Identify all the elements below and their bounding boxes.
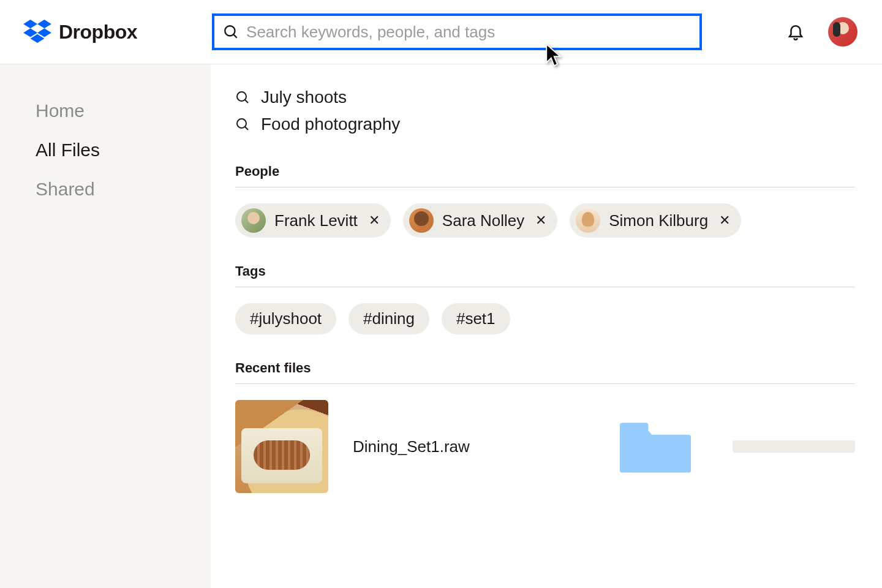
sidebar-item-all-files[interactable]: All Files	[36, 135, 211, 165]
person-avatar	[409, 208, 434, 233]
svg-point-5	[225, 26, 235, 36]
file-name[interactable]: Dining_Set1.raw	[353, 437, 470, 456]
person-chip[interactable]: Sara Nolley ✕	[403, 203, 557, 238]
close-icon[interactable]: ✕	[369, 215, 380, 226]
svg-marker-0	[23, 20, 37, 28]
search-icon	[235, 117, 250, 132]
search-icon	[235, 90, 250, 105]
notifications-button[interactable]	[784, 20, 807, 45]
person-chip[interactable]: Simon Kilburg ✕	[570, 203, 741, 238]
person-name: Sara Nolley	[442, 211, 524, 230]
sidebar-item-home[interactable]: Home	[36, 96, 211, 126]
svg-point-9	[237, 119, 246, 128]
main: July shoots Food photography People Fran…	[211, 64, 882, 588]
body: Home All Files Shared July shoots Food p…	[0, 64, 882, 588]
folder-icon[interactable]	[620, 418, 691, 475]
header: Dropbox	[0, 0, 882, 64]
tags-chip-row: #julyshoot #dining #set1	[235, 303, 855, 334]
search-box[interactable]	[212, 13, 702, 50]
placeholder	[733, 440, 855, 453]
suggestion-label: Food photography	[261, 115, 400, 134]
bell-icon	[786, 22, 805, 40]
tag-chip[interactable]: #set1	[442, 303, 510, 334]
search-input[interactable]	[246, 23, 691, 42]
people-section: People Frank Levitt ✕ Sara Nolley ✕ Simo…	[235, 164, 855, 238]
tags-section: Tags #julyshoot #dining #set1	[235, 263, 855, 334]
tag-label: #dining	[363, 309, 415, 328]
section-title-recent: Recent files	[235, 360, 855, 384]
user-avatar[interactable]	[828, 17, 858, 47]
section-title-people: People	[235, 164, 855, 187]
people-chip-row: Frank Levitt ✕ Sara Nolley ✕ Simon Kilbu…	[235, 203, 855, 238]
tag-chip[interactable]: #julyshoot	[235, 303, 336, 334]
close-icon[interactable]: ✕	[535, 215, 546, 226]
suggestion-label: July shoots	[261, 88, 347, 107]
search-container	[212, 13, 702, 50]
search-suggestion[interactable]: Food photography	[235, 111, 855, 138]
sidebar-item-shared[interactable]: Shared	[36, 175, 211, 204]
header-actions	[784, 17, 858, 47]
recent-file-row: Dining_Set1.raw	[235, 400, 855, 493]
person-avatar	[241, 208, 266, 233]
dropbox-icon	[23, 20, 51, 44]
brand-name: Dropbox	[59, 21, 137, 43]
person-chip[interactable]: Frank Levitt ✕	[235, 203, 391, 238]
logo[interactable]: Dropbox	[23, 20, 137, 44]
sidebar: Home All Files Shared	[0, 64, 211, 588]
section-title-tags: Tags	[235, 263, 855, 287]
person-name: Frank Levitt	[274, 211, 358, 230]
close-icon[interactable]: ✕	[719, 215, 730, 226]
recent-files-section: Recent files Dining_Set1.raw	[235, 360, 855, 493]
tag-label: #julyshoot	[250, 309, 322, 328]
svg-point-7	[237, 92, 246, 101]
search-suggestion[interactable]: July shoots	[235, 84, 855, 111]
tag-chip[interactable]: #dining	[349, 303, 429, 334]
svg-marker-1	[37, 20, 51, 28]
file-thumbnail[interactable]	[235, 400, 328, 493]
svg-line-6	[233, 34, 236, 37]
tag-label: #set1	[456, 309, 496, 328]
person-name: Simon Kilburg	[609, 211, 708, 230]
svg-line-8	[245, 100, 248, 103]
svg-line-10	[245, 127, 248, 130]
person-avatar	[576, 208, 600, 233]
search-icon	[223, 24, 239, 40]
